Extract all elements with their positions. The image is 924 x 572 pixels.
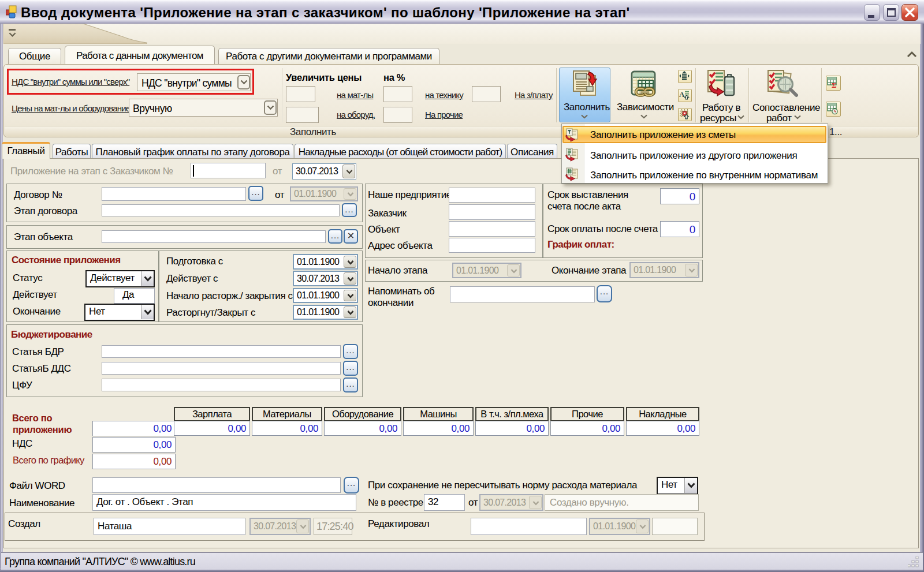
- svg-text:Σ: Σ: [832, 81, 837, 89]
